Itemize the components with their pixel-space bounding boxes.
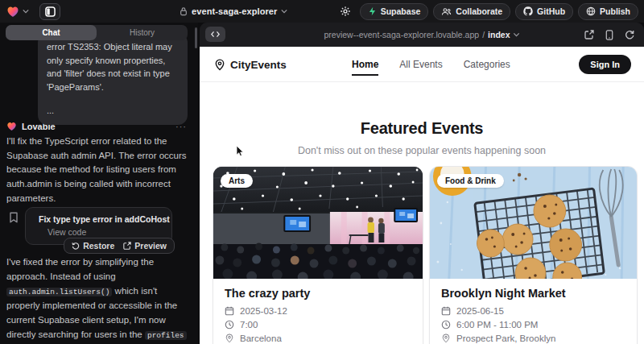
lock-icon	[180, 6, 188, 16]
chat-history-tabs: Chat History	[6, 25, 188, 40]
inline-code: auth.admin.listUsers()	[6, 288, 112, 296]
event-title: Brooklyn Night Market	[441, 287, 625, 300]
code-icon	[211, 31, 220, 38]
featured-section-header: Featured Events Don't miss out on these …	[200, 119, 644, 156]
category-badge: Arts	[221, 174, 253, 188]
chat-scrollbar[interactable]	[195, 27, 197, 48]
category-badge: Food & Drink	[437, 174, 504, 188]
preview-site-content: CityEvents Home All Events Categories Si…	[200, 47, 644, 344]
assistant-outro-text: I've fixed the error by simplifying the …	[6, 255, 191, 344]
site-brand-name: CityEvents	[230, 59, 287, 71]
clock-icon	[441, 320, 451, 329]
tab-chat[interactable]: Chat	[6, 25, 97, 40]
nav-all-events[interactable]: All Events	[399, 59, 442, 70]
tab-history[interactable]: History	[97, 25, 188, 40]
mobile-view-icon[interactable]	[605, 30, 613, 40]
bookmark-icon[interactable]	[9, 212, 19, 223]
sign-in-button[interactable]: Sign In	[579, 55, 631, 74]
map-pin-icon	[441, 334, 451, 343]
event-time: 7:00	[240, 320, 258, 329]
preview-address-bar: preview--event-saga-explorer.lovable.app…	[200, 23, 644, 47]
settings-button[interactable]	[336, 3, 355, 20]
open-in-new-tab-icon[interactable]	[584, 30, 594, 39]
site-nav: Home All Events Categories	[352, 47, 510, 82]
project-switcher[interactable]: event-saga-explorer	[180, 0, 287, 23]
code-view-button[interactable]	[205, 27, 225, 42]
user-message-ellipsis: ...	[47, 104, 179, 118]
event-card-arts[interactable]: Arts The crazy party 2025-03-12	[213, 166, 423, 344]
project-name: event-saga-explorer	[192, 6, 277, 16]
chevron-down-icon[interactable]	[23, 9, 29, 14]
lovable-logo-icon[interactable]	[6, 6, 19, 18]
view-code-link[interactable]: View code	[47, 227, 163, 237]
external-link-icon	[123, 242, 131, 250]
clock-icon	[225, 320, 234, 329]
collaborate-button[interactable]: Collaborate	[433, 3, 510, 20]
section-subtitle: Don't miss out on these popular events h…	[200, 145, 644, 156]
map-pin-icon	[214, 59, 225, 71]
inline-code: profiles	[145, 331, 187, 340]
chevron-down-icon	[281, 9, 287, 14]
user-message-text: error TS2353: Object literal may only sp…	[47, 40, 179, 93]
event-title: The crazy party	[225, 287, 411, 300]
nav-home[interactable]: Home	[352, 59, 378, 70]
event-date: 2025-03-12	[240, 306, 287, 316]
event-image-arts: Arts	[213, 167, 423, 279]
event-card-food[interactable]: Food & Drink Brooklyn Night Market 2025-…	[429, 166, 638, 344]
preview-url[interactable]: preview--event-saga-explorer.lovable.app…	[324, 23, 520, 47]
globe-icon	[586, 6, 596, 16]
tool-call-title: Fix type type error in addCoHost	[39, 214, 170, 224]
github-button[interactable]: GitHub	[515, 3, 573, 20]
publish-button[interactable]: Publish	[578, 3, 638, 20]
supabase-icon	[368, 6, 377, 16]
section-title: Featured Events	[200, 119, 644, 138]
people-icon	[441, 7, 452, 16]
toggle-sidebar-button[interactable]	[39, 3, 60, 20]
restore-icon	[72, 242, 80, 250]
event-time: 6:00 PM - 11:00 PM	[456, 320, 538, 329]
preview-button[interactable]: Preview	[123, 241, 167, 251]
site-header: CityEvents Home All Events Categories Si…	[200, 47, 644, 82]
message-actions: Restore Preview	[64, 238, 175, 254]
restore-button[interactable]: Restore	[72, 241, 114, 251]
refresh-icon[interactable]	[625, 30, 634, 39]
user-message-bubble: error TS2353: Object literal may only sp…	[38, 33, 188, 125]
event-location: Barcelona	[240, 334, 282, 343]
supabase-button[interactable]: Supabase	[360, 3, 429, 20]
chevron-down-icon	[513, 32, 519, 37]
calendar-icon	[441, 306, 451, 316]
github-icon	[523, 6, 533, 16]
lovable-heart-icon	[6, 122, 17, 131]
calendar-icon	[225, 306, 234, 316]
chat-panel: Chat History error TS2353: Object litera…	[0, 23, 198, 344]
gear-icon	[340, 6, 351, 17]
preview-pane: preview--event-saga-explorer.lovable.app…	[200, 23, 644, 344]
event-date: 2025-06-15	[456, 306, 504, 316]
site-brand[interactable]: CityEvents	[214, 47, 287, 82]
event-location: Prospect Park, Brooklyn	[456, 334, 555, 343]
assistant-intro-text: I'll fix the TypeScript error related to…	[6, 135, 189, 206]
map-pin-icon	[225, 334, 234, 343]
nav-categories[interactable]: Categories	[464, 59, 510, 70]
app-topbar: event-saga-explorer Supabase	[0, 0, 644, 23]
event-cards: Arts The crazy party 2025-03-12	[213, 166, 638, 344]
event-image-food: Food & Drink	[430, 167, 637, 279]
sidebar-panel-icon	[45, 6, 56, 17]
